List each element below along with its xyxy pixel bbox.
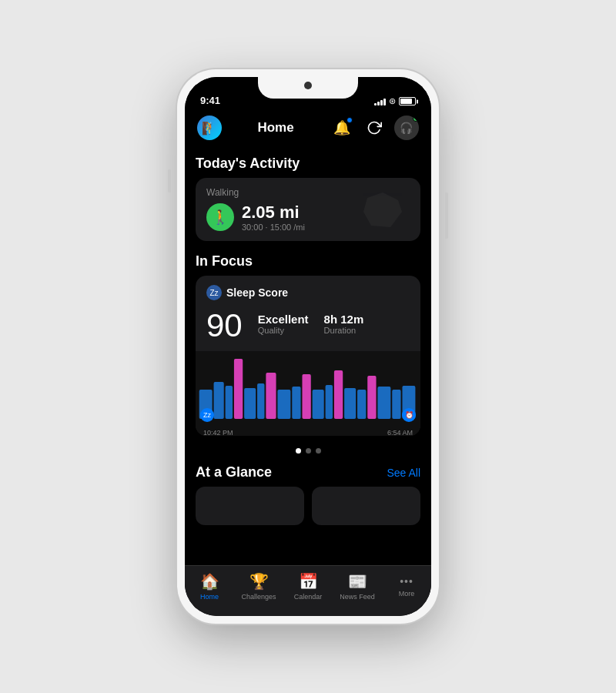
sleep-end-icon: ⏰ — [402, 408, 416, 422]
chart-svg — [196, 351, 420, 424]
user-photo-icon: 🧗 — [202, 121, 217, 136]
scroll-content[interactable]: Today's Activity Walking 🚶 2.05 mi 30:00… — [185, 148, 431, 565]
tab-more-label: More — [399, 590, 415, 598]
sleep-score: 90 — [206, 310, 243, 342]
svg-rect-2 — [214, 382, 224, 419]
tab-more[interactable]: ••• More — [387, 575, 426, 598]
svg-rect-11 — [313, 390, 324, 419]
notification-button[interactable]: 🔔 — [330, 116, 354, 140]
tab-newsfeed-label: News Feed — [340, 593, 375, 601]
tab-home-label: Home — [200, 593, 219, 601]
status-icons: ⊛ — [374, 96, 416, 106]
calendar-icon: 📅 — [299, 572, 318, 591]
front-camera — [304, 82, 312, 89]
signal-icon — [374, 98, 386, 105]
challenges-icon: 🏆 — [249, 572, 269, 591]
svg-rect-6 — [257, 383, 264, 419]
tab-challenges-label: Challenges — [241, 593, 276, 601]
tab-calendar-label: Calendar — [294, 593, 323, 601]
glance-card-1[interactable] — [196, 487, 304, 525]
phone-screen: 9:41 ⊛ 🧗 Home 🔔 — [185, 77, 431, 616]
power-button — [445, 192, 448, 239]
activity-card[interactable]: Walking 🚶 2.05 mi 30:00 · 15:00 /mi — [196, 178, 420, 241]
svg-rect-16 — [367, 376, 376, 419]
tab-challenges[interactable]: 🏆 Challenges — [239, 572, 278, 601]
dot-2 — [306, 448, 311, 454]
refresh-button[interactable] — [362, 116, 387, 140]
sleep-icon: Zz — [206, 285, 222, 300]
sleep-start-icon: Zz — [200, 408, 214, 422]
svg-rect-13 — [334, 370, 343, 419]
activity-info: Walking 🚶 2.05 mi 30:00 · 15:00 /mi — [206, 187, 305, 232]
dot-1 — [296, 448, 301, 454]
carousel-dots — [196, 448, 420, 454]
newsfeed-icon: 📰 — [348, 572, 367, 591]
refresh-icon — [367, 120, 382, 136]
svg-rect-17 — [377, 387, 390, 419]
walk-icon: 🚶 — [206, 203, 234, 231]
online-indicator — [413, 116, 419, 122]
svg-rect-3 — [226, 386, 233, 419]
svg-rect-4 — [234, 359, 243, 419]
activity-map — [356, 189, 410, 231]
chart-time-end: 6:54 AM — [387, 429, 413, 436]
glance-row — [196, 487, 420, 525]
today-activity-title: Today's Activity — [196, 156, 420, 172]
svg-rect-9 — [292, 387, 300, 419]
svg-rect-18 — [392, 390, 400, 419]
wifi-icon: ⊛ — [389, 96, 396, 106]
sleep-chart: Zz ⏰ 10:42 PM 6:54 AM — [196, 351, 420, 436]
activity-sub: 30:00 · 15:00 /mi — [242, 223, 305, 232]
sleep-metrics: Excellent Quality 8h 12m Duration — [258, 310, 364, 335]
in-focus-title: In Focus — [196, 253, 420, 270]
chart-time-start: 10:42 PM — [203, 429, 233, 436]
profile-icon: 🎧 — [400, 122, 413, 134]
at-glance-header: At a Glance See All — [196, 464, 420, 480]
sleep-header: Zz Sleep Score — [196, 276, 420, 306]
user-photo-button[interactable]: 🧗 — [197, 116, 222, 140]
svg-rect-12 — [326, 385, 333, 419]
svg-rect-8 — [277, 390, 290, 419]
tab-home[interactable]: 🏠 Home — [190, 572, 229, 601]
battery-icon — [399, 97, 416, 105]
chart-time-row: 10:42 PM 6:54 AM — [196, 427, 420, 436]
sleep-label: Sleep Score — [226, 286, 288, 299]
svg-rect-14 — [344, 388, 356, 419]
glance-card-2[interactable] — [312, 487, 420, 525]
phone-frame: 9:41 ⊛ 🧗 Home 🔔 — [177, 69, 439, 624]
notch — [258, 77, 358, 99]
more-icon: ••• — [400, 575, 413, 588]
duration-label: Duration — [324, 326, 364, 335]
tab-bar: 🏠 Home 🏆 Challenges 📅 Calendar 📰 News Fe… — [185, 565, 431, 616]
quality-metric: Excellent Quality — [258, 313, 309, 335]
see-all-button[interactable]: See All — [387, 467, 420, 479]
dot-3 — [316, 448, 321, 454]
svg-rect-15 — [357, 390, 366, 419]
app-header: 🧗 Home 🔔 🎧 — [185, 111, 431, 148]
tab-calendar[interactable]: 📅 Calendar — [289, 572, 327, 601]
activity-distance: 2.05 mi — [242, 203, 305, 223]
svg-marker-0 — [363, 192, 402, 227]
profile-button[interactable]: 🎧 — [394, 116, 419, 140]
svg-rect-7 — [266, 373, 276, 419]
tab-newsfeed[interactable]: 📰 News Feed — [338, 572, 377, 601]
page-title: Home — [257, 120, 293, 136]
notification-badge — [346, 117, 353, 123]
header-actions: 🔔 🎧 — [330, 116, 419, 140]
volume-button — [168, 169, 171, 192]
duration-metric: 8h 12m Duration — [324, 313, 364, 335]
svg-rect-10 — [302, 374, 310, 419]
activity-type-label: Walking — [206, 187, 305, 198]
quality-value: Excellent — [258, 313, 309, 326]
status-time: 9:41 — [200, 95, 220, 106]
sleep-card[interactable]: Zz Sleep Score 90 Excellent Quality 8h 1… — [196, 276, 420, 436]
duration-value: 8h 12m — [324, 313, 364, 326]
svg-rect-5 — [244, 388, 256, 419]
at-glance-title: At a Glance — [196, 464, 272, 480]
home-icon: 🏠 — [200, 572, 219, 591]
quality-label: Quality — [258, 326, 309, 335]
sleep-stats: 90 Excellent Quality 8h 12m Duration — [196, 306, 420, 351]
